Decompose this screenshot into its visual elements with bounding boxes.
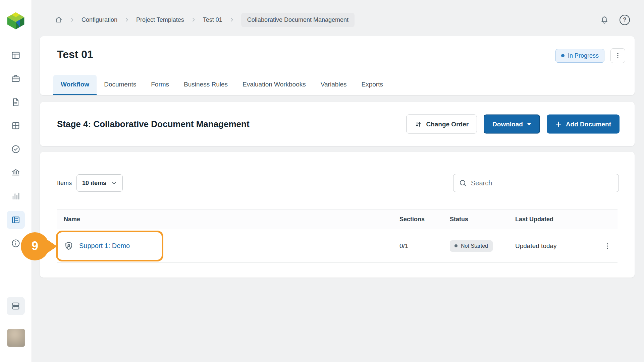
search-icon bbox=[459, 179, 467, 187]
shield-user-icon bbox=[64, 241, 74, 251]
tab-evaluation-workbooks[interactable]: Evaluation Workbooks bbox=[235, 75, 313, 95]
breadcrumb-current-page[interactable]: Collaborative Document Management bbox=[241, 13, 355, 27]
tab-bar: Workflow Documents Forms Business Rules … bbox=[53, 75, 390, 95]
topbar-actions: ? bbox=[599, 15, 630, 25]
download-button[interactable]: Download bbox=[484, 115, 540, 134]
documents-table: Name Sections Status Last Updated Suppor… bbox=[57, 209, 618, 263]
download-label: Download bbox=[492, 120, 523, 128]
chevron-right-icon bbox=[229, 17, 234, 22]
status-dot bbox=[454, 244, 458, 247]
page-title: Test 01 bbox=[57, 48, 93, 61]
tab-forms[interactable]: Forms bbox=[144, 75, 176, 95]
app-window: Configuration Project Templates Test 01 … bbox=[0, 0, 644, 362]
items-per-page-value: 10 items bbox=[82, 180, 106, 187]
bank-icon[interactable] bbox=[7, 163, 25, 181]
search-input[interactable] bbox=[471, 179, 613, 187]
kebab-icon bbox=[614, 52, 622, 59]
change-order-label: Change Order bbox=[426, 120, 469, 128]
stage-actions: Change Order Download Add Document bbox=[406, 115, 620, 134]
status-pill: Not Started bbox=[450, 240, 493, 252]
breadcrumb-configuration[interactable]: Configuration bbox=[82, 16, 117, 23]
servers-icon[interactable] bbox=[7, 297, 25, 315]
status-pill-label: Not Started bbox=[461, 243, 488, 249]
forms-icon[interactable] bbox=[7, 211, 25, 229]
tab-variables[interactable]: Variables bbox=[313, 75, 354, 95]
sidebar bbox=[0, 0, 32, 362]
chevron-right-icon bbox=[124, 17, 129, 22]
tab-workflow[interactable]: Workflow bbox=[53, 75, 97, 95]
grid-icon[interactable] bbox=[7, 117, 25, 135]
column-header-last-updated: Last Updated bbox=[515, 216, 597, 223]
chart-icon[interactable] bbox=[7, 187, 25, 205]
tab-exports[interactable]: Exports bbox=[354, 75, 390, 95]
tab-business-rules[interactable]: Business Rules bbox=[176, 75, 235, 95]
chevron-down-icon bbox=[111, 180, 117, 186]
items-per-page-control: Items 10 items bbox=[57, 174, 123, 192]
caret-down-icon bbox=[527, 123, 531, 125]
stage-title: Stage 4: Collaborative Document Manageme… bbox=[57, 119, 250, 129]
column-header-sections: Sections bbox=[399, 216, 450, 223]
last-updated-cell: Updated today bbox=[515, 242, 597, 250]
status-badge-label: In Progress bbox=[568, 52, 599, 59]
status-cell: Not Started bbox=[450, 240, 515, 252]
sort-arrows-icon bbox=[415, 120, 422, 128]
notifications-bell-icon[interactable] bbox=[599, 15, 609, 25]
breadcrumb: Configuration Project Templates Test 01 … bbox=[55, 13, 355, 27]
table-header-row: Name Sections Status Last Updated bbox=[57, 209, 618, 229]
home-icon[interactable] bbox=[55, 16, 63, 24]
column-header-status: Status bbox=[450, 216, 515, 223]
plus-icon bbox=[555, 121, 562, 127]
info-icon[interactable] bbox=[7, 234, 25, 252]
app-logo[interactable] bbox=[6, 11, 25, 31]
document-icon[interactable] bbox=[7, 93, 25, 111]
documents-list-card: Items 10 items Name Sections Status Last… bbox=[40, 152, 635, 278]
kebab-icon bbox=[604, 242, 611, 250]
avatar-image bbox=[7, 329, 25, 347]
dashboard-icon[interactable] bbox=[7, 46, 25, 64]
topbar: Configuration Project Templates Test 01 … bbox=[32, 0, 644, 40]
items-label: Items bbox=[57, 180, 72, 187]
user-avatar[interactable] bbox=[7, 329, 25, 347]
column-header-name: Name bbox=[64, 216, 399, 223]
table-row: Support 1: Demo 0/1 Not Started Updated … bbox=[57, 229, 618, 263]
breadcrumb-test-01[interactable]: Test 01 bbox=[203, 16, 222, 23]
document-link[interactable]: Support 1: Demo bbox=[79, 242, 130, 250]
document-name-cell: Support 1: Demo bbox=[64, 241, 399, 251]
more-options-button[interactable] bbox=[610, 48, 625, 63]
add-document-button[interactable]: Add Document bbox=[547, 115, 620, 134]
stage-header-card: Stage 4: Collaborative Document Manageme… bbox=[40, 102, 635, 146]
add-document-label: Add Document bbox=[566, 120, 611, 128]
breadcrumb-project-templates[interactable]: Project Templates bbox=[136, 16, 184, 23]
chevron-right-icon bbox=[69, 17, 75, 22]
items-per-page-select[interactable]: 10 items bbox=[76, 174, 123, 192]
status-badge[interactable]: In Progress bbox=[555, 49, 604, 63]
check-circle-icon[interactable] bbox=[7, 140, 25, 158]
change-order-button[interactable]: Change Order bbox=[406, 115, 477, 134]
search-box bbox=[453, 174, 619, 192]
briefcase-icon[interactable] bbox=[7, 69, 25, 87]
help-icon[interactable]: ? bbox=[620, 15, 630, 25]
sections-cell: 0/1 bbox=[399, 242, 450, 250]
tab-documents[interactable]: Documents bbox=[97, 75, 144, 95]
header-actions: In Progress bbox=[555, 48, 625, 63]
status-dot bbox=[561, 54, 565, 57]
chevron-right-icon bbox=[191, 17, 196, 22]
project-header-card: Test 01 In Progress Workflow Documents F… bbox=[40, 36, 635, 95]
row-more-options-button[interactable] bbox=[597, 242, 618, 250]
